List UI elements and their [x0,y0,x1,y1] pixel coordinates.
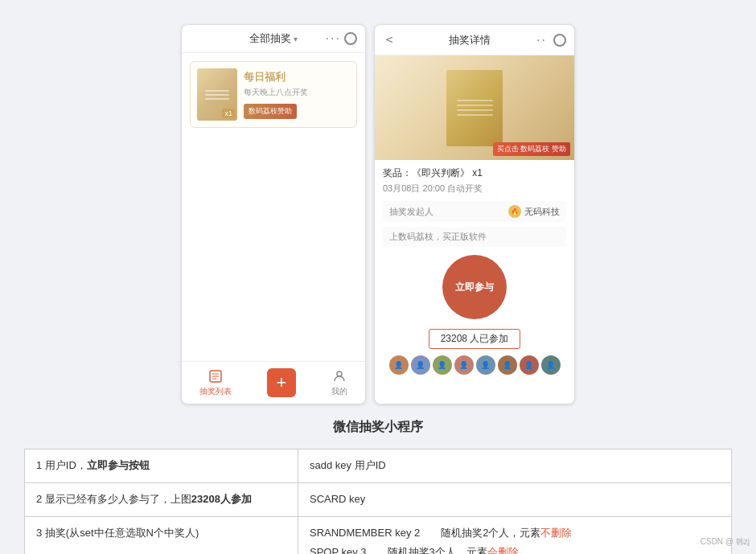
left-bottom-bar: 抽奖列表 + 我的 [182,361,365,404]
avatar-3: 👤 [433,355,452,375]
row3-right-block: SRANDMEMBER key 2 随机抽奖2个人，元素不删除 SPOP key… [310,525,720,554]
left-dropdown-arrow: ▾ [294,35,298,43]
table-row-3: 3 抽奖(从set中任意选取N个中奖人) SRANDMEMBER key 2 随… [25,516,732,554]
avatar-2: 👤 [411,355,430,375]
participate-btn-wrap: 立即参与 [383,255,566,319]
left-top-bar: 全部抽奖 ▾ ··· [182,25,365,53]
left-body [182,136,365,361]
phones-area: 全部抽奖 ▾ ··· x1 每日福利 每天晚上八点开奖 [181,24,575,404]
add-icon[interactable]: + [267,368,296,397]
organizer-name: 无码科技 [524,206,560,218]
card-info: 每日福利 每天晚上八点开奖 数码荔枝赞助 [244,70,350,119]
row3-red-1: 不删除 [540,527,572,539]
participant-count-box: 23208 人已参加 [429,329,521,349]
main-container: 全部抽奖 ▾ ··· x1 每日福利 每天晚上八点开奖 [0,0,756,554]
table-row-1: 1 用户ID，立即参与按钮 sadd key 用户ID [25,449,732,483]
avatars-row: 👤 👤 👤 👤 👤 👤 👤 👤 [383,355,566,375]
row3-line-1: SRANDMEMBER key 2 随机抽奖2个人，元素不删除 [310,525,720,542]
tab-lottery-label: 抽奖列表 [199,386,232,397]
table-row-2: 2 显示已经有多少人参与了，上图23208人参加 SCARD key [25,482,732,516]
row3-cmd-1: SRANDMEMBER key 2 随机抽奖2个人，元素不删除 [310,525,572,542]
row3-cmd-2: SPOP key 3 随机抽奖3个人，元素会删除 [310,544,519,554]
card-title: 每日福利 [244,70,350,84]
table-cell-2-left: 2 显示已经有多少人参与了，上图23208人参加 [25,482,298,516]
right-top-dots: ·· [536,33,547,47]
buy-badge: 买点击 数码荔枝 赞助 [493,142,570,156]
svg-point-4 [337,371,342,376]
org-logo-icon: 🔥 [508,205,521,218]
right-top-bar: ＜ 抽奖详情 ·· [375,25,574,55]
table-cell-1-left: 1 用户ID，立即参与按钮 [25,449,298,483]
hero-book-line-3 [457,109,493,111]
promo-text: 上数码荔枝，买正版软件 [383,227,566,247]
left-top-dots: ··· [326,31,341,46]
avatar-7: 👤 [520,355,539,375]
lottery-list-icon [207,368,224,384]
lottery-sponsor-btn[interactable]: 数码荔枝赞助 [244,104,297,119]
table-cell-1-right: sadd key 用户ID [298,449,732,483]
row3-left-text: 3 抽奖(从set中任意选取N个中奖人) [36,527,199,539]
row2-right-text: SCARD key [310,493,365,505]
organizer-label: 抽奖发起人 [389,206,433,218]
hero-book-line-1 [457,100,493,101]
table-cell-3-right: SRANDMEMBER key 2 随机抽奖2个人，元素不删除 SPOP key… [298,516,732,554]
organizer-right: 🔥 无码科技 [508,205,560,218]
phone-right: ＜ 抽奖详情 ·· 买点击 数码荔枝 赞助 奖品：《即兴判断》 x1 03月08… [374,24,575,404]
right-top-circle-icon [553,34,566,47]
table-cell-2-right: SCARD key [298,482,732,516]
book-line-3 [205,98,229,100]
prize-date: 03月08日 20:00 自动开奖 [383,183,566,195]
row2-left-text: 2 显示已经有多少人参与了，上图23208人参加 [36,493,252,505]
watermark: CSDN @ 韩zj [701,536,750,548]
left-top-title: 全部抽奖 [249,31,291,46]
section-title: 微信抽奖小程序 [333,419,423,436]
tab-profile-label: 我的 [331,386,347,397]
participate-button[interactable]: 立即参与 [442,255,507,319]
row3-red-2: 会删除 [487,546,519,554]
participant-count-row: 23208 人已参加 [383,329,566,349]
avatar-6: 👤 [498,355,517,375]
avatar-1: 👤 [389,355,409,375]
table-cell-3-left: 3 抽奖(从set中任意选取N个中奖人) [25,516,298,554]
row1-right-text: sadd key 用户ID [310,459,386,471]
avatar-8: 👤 [541,355,561,375]
row1-left-text: 1 用户ID，立即参与按钮 [36,459,150,471]
left-top-circle-icon [344,32,357,45]
info-table: 1 用户ID，立即参与按钮 sadd key 用户ID 2 显示已经有多少人参与… [24,449,732,554]
tab-add[interactable]: + [267,368,296,397]
hero-book-line-4 [457,114,493,116]
tab-profile[interactable]: 我的 [331,368,347,397]
avatar-5: 👤 [476,355,495,375]
lottery-card: x1 每日福利 每天晚上八点开奖 数码荔枝赞助 [190,61,357,128]
card-subtitle: 每天晚上八点开奖 [244,87,350,98]
book-line-1 [205,90,229,92]
tab-lottery-list[interactable]: 抽奖列表 [199,368,232,397]
book-line-2 [205,94,229,96]
hero-book-cover [446,70,503,146]
back-arrow-icon[interactable]: ＜ [383,31,396,48]
right-content: 奖品：《即兴判断》 x1 03月08日 20:00 自动开奖 抽奖发起人 🔥 无… [375,160,574,381]
row3-line-2: SPOP key 3 随机抽奖3个人，元素会删除 [310,544,720,554]
right-book-hero: 买点击 数码荔枝 赞助 [375,55,574,160]
right-top-title: 抽奖详情 [402,33,536,47]
phone-left: 全部抽奖 ▾ ··· x1 每日福利 每天晚上八点开奖 [181,24,366,404]
left-book-cover: x1 [197,68,237,121]
book-lines-decoration [205,90,229,100]
prize-title: 奖品：《即兴判断》 x1 [383,166,566,180]
organizer-row: 抽奖发起人 🔥 无码科技 [383,201,566,222]
user-icon [331,368,347,384]
badge-x1: x1 [222,109,235,118]
avatar-4: 👤 [454,355,474,375]
hero-book-line-2 [457,105,493,106]
